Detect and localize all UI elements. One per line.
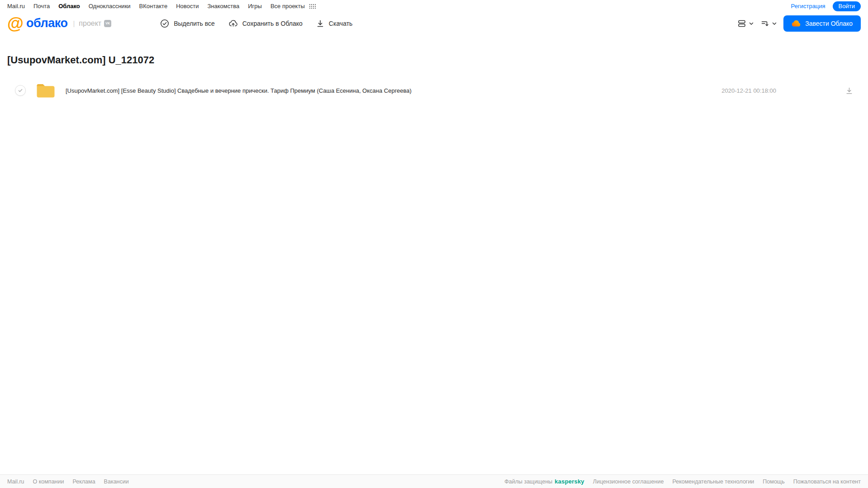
- vk-badge-icon: VK: [104, 20, 111, 27]
- select-all-label: Выделить все: [174, 20, 215, 27]
- save-to-cloud-button[interactable]: Сохранить в Облако: [228, 19, 303, 28]
- view-mode-icon: [737, 19, 746, 28]
- row-checkbox[interactable]: [15, 85, 26, 96]
- all-projects-grid-icon[interactable]: [309, 4, 316, 9]
- portal-link-mailru[interactable]: Mail.ru: [7, 3, 25, 9]
- portal-link-pochta[interactable]: Почта: [33, 3, 50, 9]
- footer-link-report[interactable]: Пожаловаться на контент: [793, 479, 861, 485]
- row-download-icon[interactable]: [845, 87, 853, 95]
- login-button[interactable]: Войти: [833, 1, 861, 11]
- check-circle-icon: [160, 19, 169, 28]
- main-content: [UsupovMarket.com] U_121072 [UsupovMarke…: [0, 54, 868, 99]
- mailru-at-icon: @: [7, 17, 24, 30]
- download-icon: [316, 19, 324, 28]
- check-icon: [18, 88, 23, 93]
- footer-link-license[interactable]: Лицензионное соглашение: [593, 479, 664, 485]
- portal-link-oblako[interactable]: Облако: [58, 3, 80, 9]
- download-button[interactable]: Скачать: [316, 19, 353, 28]
- portal-nav: Mail.ru Почта Облако Одноклассники ВКонт…: [7, 3, 316, 9]
- sort-icon: [760, 19, 769, 28]
- portal-link-novosti[interactable]: Новости: [176, 3, 199, 9]
- file-name[interactable]: [UsupovMarket.com] [Esse Beauty Studio] …: [66, 87, 412, 94]
- toolbar: Выделить все Сохранить в Облако Скачат: [160, 19, 352, 28]
- chevron-down-icon: [772, 21, 777, 26]
- view-mode-dropdown[interactable]: [737, 19, 754, 28]
- header-right-controls: Завести Облако: [737, 15, 861, 32]
- portal-topbar: Mail.ru Почта Облако Одноклассники ВКонт…: [0, 0, 868, 12]
- portal-auth: Регистрация Войти: [791, 1, 861, 11]
- footer: Mail.ru О компании Реклама Вакансии Файл…: [0, 474, 868, 488]
- cloud-upload-icon: [228, 19, 238, 28]
- select-all-button[interactable]: Выделить все: [160, 19, 215, 28]
- footer-link-help[interactable]: Помощь: [763, 479, 784, 485]
- file-row[interactable]: [UsupovMarket.com] [Esse Beauty Studio] …: [0, 81, 868, 99]
- sort-dropdown[interactable]: [760, 19, 777, 28]
- cloud-logo[interactable]: @ облако | проект VK: [7, 16, 111, 30]
- chevron-down-icon: [749, 21, 754, 26]
- footer-right: Файлы защищены kaspersky Лицензионное со…: [504, 478, 861, 485]
- download-label: Скачать: [329, 20, 353, 27]
- project-label: проект: [79, 19, 101, 28]
- portal-link-odnoklassniki[interactable]: Одноклассники: [89, 3, 131, 9]
- save-to-cloud-label: Сохранить в Облако: [242, 20, 303, 27]
- create-cloud-label: Завести Облако: [805, 20, 853, 27]
- footer-link-ads[interactable]: Реклама: [72, 479, 95, 485]
- footer-link-mailru[interactable]: Mail.ru: [7, 479, 24, 485]
- portal-link-vkontakte[interactable]: ВКонтакте: [139, 3, 168, 9]
- portal-link-znakomstva[interactable]: Знакомства: [207, 3, 239, 9]
- portal-link-all-projects[interactable]: Все проекты: [270, 3, 305, 9]
- folder-icon: [36, 83, 55, 98]
- create-cloud-button[interactable]: Завести Облако: [783, 15, 861, 32]
- footer-link-recommendations[interactable]: Рекомендательные технологии: [672, 479, 754, 485]
- cloud-header: @ облако | проект VK Выделить все: [0, 12, 868, 34]
- kaspersky-protected: Файлы защищены kaspersky: [504, 478, 584, 485]
- page-title: [UsupovMarket.com] U_121072: [7, 54, 868, 66]
- cloud-icon: [792, 20, 801, 27]
- register-link[interactable]: Регистрация: [791, 3, 825, 9]
- kaspersky-logo[interactable]: kaspersky: [555, 478, 584, 485]
- footer-link-about[interactable]: О компании: [33, 479, 64, 485]
- logo-separator: |: [73, 19, 75, 27]
- kaspersky-prefix-label: Файлы защищены: [504, 479, 552, 485]
- portal-link-igry[interactable]: Игры: [248, 3, 262, 9]
- file-date: 2020-12-21 00:18:00: [721, 87, 776, 94]
- logo-wordmark: облако: [26, 16, 67, 30]
- footer-link-jobs[interactable]: Вакансии: [104, 479, 129, 485]
